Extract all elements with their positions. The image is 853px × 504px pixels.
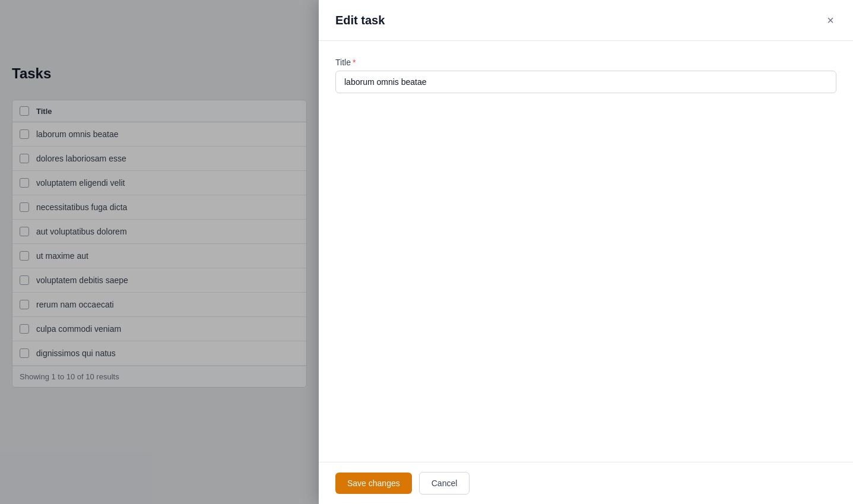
title-field-label: Title * bbox=[335, 58, 836, 67]
title-input[interactable] bbox=[335, 71, 836, 93]
modal-footer: Save changes Cancel bbox=[319, 462, 853, 504]
modal-header: Edit task × bbox=[319, 0, 853, 41]
required-indicator: * bbox=[353, 58, 356, 67]
title-field-group: Title * bbox=[335, 58, 836, 93]
modal-body: Title * bbox=[319, 41, 853, 462]
modal-title: Edit task bbox=[335, 14, 385, 27]
save-changes-button[interactable]: Save changes bbox=[335, 473, 412, 494]
edit-task-modal: Edit task × Title * Save changes Cancel bbox=[319, 0, 853, 504]
close-button[interactable]: × bbox=[825, 12, 836, 28]
cancel-button[interactable]: Cancel bbox=[419, 472, 470, 495]
